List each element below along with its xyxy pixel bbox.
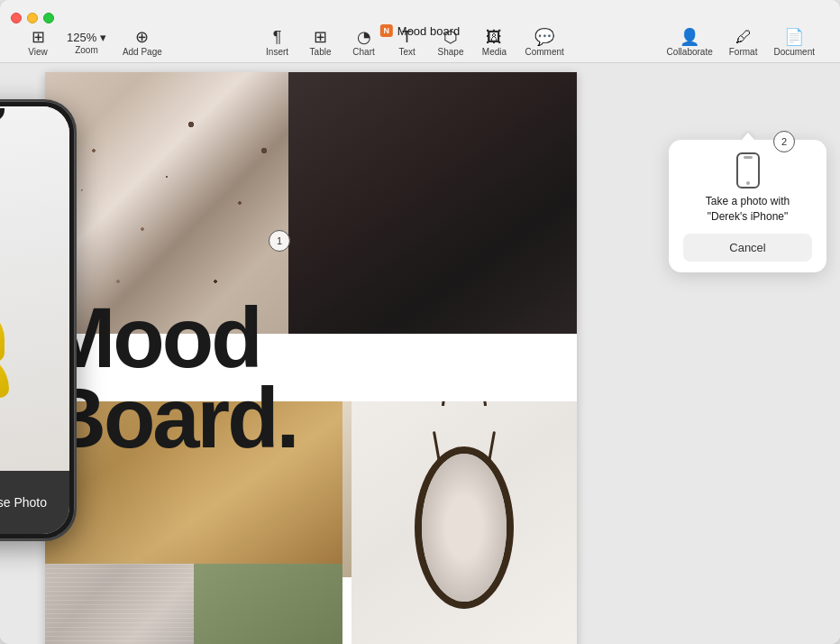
toolbar-chart[interactable]: ◔ Chart — [344, 25, 384, 60]
toolbar-document[interactable]: 📄 Document — [766, 25, 822, 60]
rug-image — [45, 564, 194, 644]
main-window: ⊞ View 125% ▾ Zoom ⊕ Add Page ¶ Insert — [0, 0, 840, 644]
page-content: Mood Board. — [45, 72, 577, 644]
app-icon: N — [380, 24, 393, 37]
toolbar-zoom[interactable]: 125% ▾ Zoom — [59, 28, 114, 59]
mirror-wrapper — [410, 428, 518, 627]
iphone-mockup: Retake Use Photo — [0, 99, 77, 541]
chair-shape — [0, 353, 9, 398]
cancel-button[interactable]: Cancel — [683, 234, 812, 262]
mirror-strap-left — [433, 431, 441, 463]
plant-image — [194, 564, 342, 644]
toolbar-comment[interactable]: 💬 Comment — [517, 25, 571, 60]
app-title: N Mood board — [380, 24, 460, 38]
traffic-lights — [11, 13, 54, 23]
phone-photo — [0, 106, 69, 471]
toolbar-right-group: 👤 Collaborate 🖊 Format 📄 Document — [660, 25, 822, 60]
document-icon: 📄 — [784, 29, 804, 45]
toolbar-media[interactable]: 🖼 Media — [474, 25, 514, 60]
mood-board-text: Mood Board. — [45, 298, 342, 459]
add-page-icon: ⊕ — [135, 29, 149, 45]
mirror-section — [352, 401, 577, 644]
popup-arrow — [741, 133, 755, 141]
format-icon: 🖊 — [735, 29, 752, 45]
svg-point-2 — [746, 181, 750, 185]
toolbar-left-group: ⊞ View 125% ▾ Zoom ⊕ Add Page — [18, 25, 169, 60]
document-page: Mood Board. — [45, 72, 577, 644]
toolbar-insert[interactable]: ¶ Insert — [258, 25, 297, 60]
bottom-left-row — [45, 564, 342, 644]
mirror-inner — [422, 454, 507, 602]
media-icon: 🖼 — [486, 29, 502, 45]
badge-number-1: 1 — [269, 230, 290, 252]
comment-icon: 💬 — [534, 29, 554, 45]
use-photo-button[interactable]: Use Photo — [0, 495, 47, 510]
mood-title-line2: Board. — [45, 378, 342, 458]
svg-rect-1 — [744, 156, 753, 159]
badge-number-2: 2 — [773, 131, 795, 152]
toolbar-table[interactable]: ⊞ Table — [301, 25, 341, 60]
dark-material-image — [288, 72, 577, 334]
mood-title-line1: Mood — [45, 298, 342, 378]
iphone-screen: Retake Use Photo — [0, 106, 69, 534]
insert-icon: ¶ — [273, 29, 282, 45]
mirror-frame — [415, 446, 514, 609]
iphone-camera-popup: Take a photo with"Derek's iPhone" Cancel — [669, 140, 826, 272]
toolbar-collaborate[interactable]: 👤 Collaborate — [660, 25, 720, 60]
zoom-icon: 125% ▾ — [67, 32, 106, 43]
table-icon: ⊞ — [314, 29, 327, 45]
close-button[interactable] — [11, 13, 22, 23]
view-icon: ⊞ — [32, 29, 45, 45]
iphone-camera-icon — [683, 152, 812, 189]
photo-bg — [0, 106, 69, 471]
phone-bottom-bar: Retake Use Photo — [0, 471, 69, 534]
toolbar-add-page[interactable]: ⊕ Add Page — [115, 25, 169, 60]
mirror-strap-top — [442, 401, 487, 406]
app-title-container: N Mood board — [380, 0, 460, 63]
mirror-strap-right — [488, 431, 496, 463]
popup-message: Take a photo with"Derek's iPhone" — [683, 194, 812, 225]
titlebar: ⊞ View 125% ▾ Zoom ⊕ Add Page ¶ Insert — [0, 0, 840, 63]
minimize-button[interactable] — [27, 13, 38, 23]
collaborate-icon: 👤 — [680, 29, 699, 45]
iphone-body: Retake Use Photo — [0, 99, 77, 541]
fullscreen-button[interactable] — [43, 13, 54, 23]
toolbar-view[interactable]: ⊞ View — [18, 25, 58, 60]
canvas-area[interactable]: Mood Board. — [0, 63, 840, 644]
content-area: Mood Board. — [0, 63, 840, 644]
toolbar-format[interactable]: 🖊 Format — [722, 25, 765, 60]
chart-icon: ◔ — [357, 29, 371, 45]
